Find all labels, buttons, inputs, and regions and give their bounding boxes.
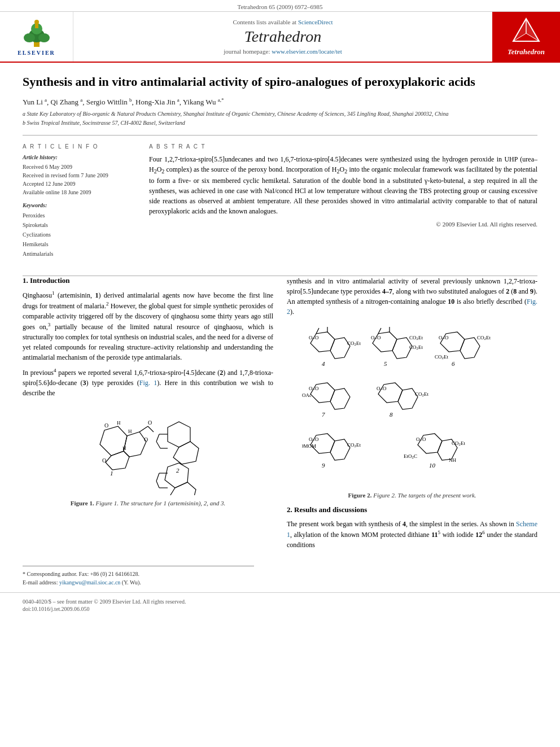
intro-para1: Qinghaosu1 (artemisinin, 1) derived anti… (23, 290, 273, 362)
svg-text:O: O (104, 422, 108, 429)
article-authors: Yun Li a, Qi Zhang a, Sergio Wittlin b, … (23, 97, 537, 107)
svg-text:10: 10 (429, 462, 436, 469)
svg-text:H: H (128, 429, 132, 434)
svg-text:CO2Et: CO2Et (477, 335, 491, 341)
keywords-list: Peroxides Spiroketals Cyclizations Hemik… (23, 211, 135, 259)
svg-line-27 (156, 442, 160, 448)
body-col-left: 1. Introduction Qinghaosu1 (artemisinin,… (23, 276, 273, 554)
body-two-col: 1. Introduction Qinghaosu1 (artemisinin,… (23, 276, 537, 554)
header-banner: ELSEVIER Contents lists available at Sci… (0, 12, 560, 63)
svg-text:CO2Et: CO2Et (409, 344, 423, 351)
svg-text:CO2Et: CO2Et (435, 354, 449, 360)
svg-line-26 (156, 434, 159, 442)
sciencedirect-link[interactable]: ScienceDirect (298, 19, 333, 25)
tetrahedron-label: Tetrahedron (508, 47, 545, 56)
corresponding-author-note: * Corresponding author. Fax: +86 (0) 21 … (23, 570, 254, 578)
svg-point-2 (24, 33, 35, 42)
keywords-heading: Keywords: (23, 202, 135, 208)
svg-text:O–O: O–O (377, 386, 387, 391)
svg-text:O: O (144, 436, 148, 443)
intro-para3: synthesis and in vitro antimalarial acti… (287, 276, 537, 317)
article-info-label: A R T I C L E I N F O (23, 143, 135, 150)
article-info-abstract: A R T I C L E I N F O Article history: R… (23, 143, 537, 264)
scheme1-link[interactable]: Scheme 1 (287, 520, 537, 539)
figure2-container: CO2Et 4 O–O CO2Et CO2Et (287, 324, 537, 499)
abstract-text: Four 1,2,7-trioxa-spiro[5.5]undecanes an… (149, 154, 537, 216)
svg-text:2: 2 (176, 467, 180, 474)
copyright-note: 0040-4020/$ – see front matter © 2009 El… (23, 597, 537, 606)
history-heading: Article history: (23, 154, 135, 160)
svg-marker-59 (330, 388, 350, 409)
accepted-date: Accepted 12 June 2009 (23, 180, 135, 188)
figure2-label: Figure 2. (348, 492, 371, 499)
svg-text:O–O: O–O (416, 436, 426, 442)
email-note: E-mail address: yikangwu@mail.sioc.ac.cn… (23, 578, 254, 587)
journal-title: Tetrahedron (244, 28, 321, 46)
revised-date: Received in revised form 7 June 2009 (23, 171, 135, 180)
svg-text:CO2Et: CO2Et (347, 442, 361, 448)
svg-text:H: H (117, 420, 121, 426)
body-col-right: synthesis and in vitro antimalarial acti… (287, 276, 537, 554)
results-para1: The present work began with synthesis of… (287, 519, 537, 550)
figure2-caption: Figure 2. Figure 2. The targets of the p… (287, 492, 537, 499)
svg-text:CO2Et: CO2Et (415, 391, 429, 397)
figure1-svg: 1 H H H O O O O (86, 405, 210, 495)
article-info-col: A R T I C L E I N F O Article history: R… (23, 143, 135, 264)
affiliation-b: b Swiss Tropical Institute, Socinstrasse… (23, 119, 537, 127)
svg-marker-24 (173, 442, 199, 464)
abstract-col: A B S T R A C T Four 1,2,7-trioxa-spiro[… (149, 143, 537, 264)
svg-line-34 (156, 481, 159, 488)
svg-text:O–O: O–O (309, 335, 319, 340)
svg-text:O: O (148, 420, 152, 426)
tetrahedron-logo-container: Tetrahedron (492, 12, 560, 62)
doi-line: doi:10.1016/j.tet.2009.06.050 (23, 606, 537, 612)
svg-text:OAc: OAc (302, 392, 312, 398)
svg-text:OMOM: OMOM (302, 443, 316, 449)
page-footer: 0040-4020/$ – see front matter © 2009 El… (0, 592, 560, 617)
email-link[interactable]: yikangwu@mail.sioc.ac.cn (59, 579, 120, 586)
svg-text:1: 1 (110, 470, 113, 477)
svg-marker-9 (513, 19, 526, 41)
svg-point-3 (38, 33, 50, 42)
fig1-link[interactable]: Fig. 1 (139, 379, 157, 387)
affiliation-a: a State Key Laboratory of Bio-organic & … (23, 110, 537, 118)
sciencedirect-label: Contents lists available at (233, 19, 296, 25)
svg-marker-53 (460, 338, 480, 359)
svg-text:5: 5 (384, 360, 387, 367)
svg-text:6: 6 (452, 360, 455, 367)
svg-text:H: H (123, 445, 126, 451)
keyword-2: Spiroketals (23, 220, 135, 230)
figure1-container: 1 H H H O O O O (23, 405, 273, 506)
homepage-url[interactable]: www.elsevier.com/locate/tet (272, 48, 342, 55)
svg-rect-6 (35, 24, 38, 28)
article-history: Article history: Received 6 May 2009 Rec… (23, 154, 135, 196)
abstract-copyright: © 2009 Elsevier Ltd. All rights reserved… (149, 221, 537, 228)
svg-point-5 (34, 20, 39, 24)
tetrahedron-icon (512, 18, 540, 43)
svg-line-33 (156, 473, 159, 481)
article-title: Synthesis and in vitro antimalarial acti… (23, 74, 537, 90)
journal-citation: Tetrahedron 65 (2009) 6972–6985 (0, 0, 560, 12)
elsevier-logo-container: ELSEVIER (0, 12, 73, 62)
keyword-1: Peroxides (23, 211, 135, 220)
available-date: Available online 18 June 2009 (23, 188, 135, 196)
body-content: 1. Introduction Qinghaosu1 (artemisinin,… (0, 276, 560, 566)
svg-text:7: 7 (322, 411, 325, 418)
fig2-link[interactable]: Fig. 2 (287, 298, 537, 316)
footnote-divider: * Corresponding author. Fax: +86 (0) 21 … (23, 566, 254, 587)
svg-text:O–O: O–O (439, 335, 449, 340)
figure1-caption: Figure 1. Figure 1. The structure for 1 … (23, 500, 273, 506)
figure2-caption-text: Figure 2. The targets of the present wor… (373, 492, 476, 499)
figure1-caption-text: Figure 1. The structure for 1 (artemisin… (95, 500, 225, 506)
elsevier-tree-icon (17, 18, 56, 49)
keyword-5: Antimalarials (23, 249, 135, 259)
intro-para2: In previous4 papers we reported several … (23, 367, 273, 398)
svg-text:CO2Et: CO2Et (347, 340, 361, 347)
svg-text:NH: NH (449, 457, 456, 463)
svg-text:8: 8 (390, 411, 393, 418)
elsevier-logo: ELSEVIER (17, 18, 56, 56)
article-header-section: Synthesis and in vitro antimalarial acti… (0, 63, 560, 276)
svg-marker-8 (526, 19, 539, 41)
citation-text: Tetrahedron 65 (2009) 6972–6985 (237, 3, 322, 10)
keyword-3: Cyclizations (23, 230, 135, 239)
